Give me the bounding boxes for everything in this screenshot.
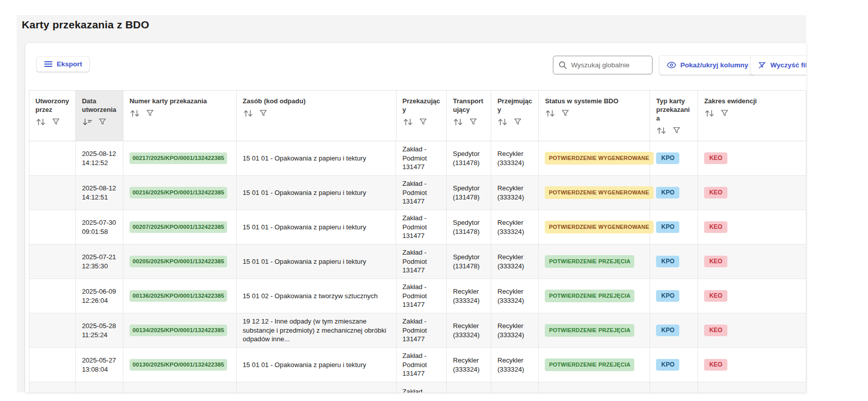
cell-record-scope: KEO: [698, 348, 806, 382]
cell-card-number: 00130/2025/KPO/0001/132422385: [123, 348, 237, 382]
sort-arrows-icon[interactable]: [704, 109, 715, 117]
column-header-przejmujacy[interactable]: Przejmujący: [491, 91, 539, 141]
cell-receiving: Recykler (333324): [491, 210, 539, 244]
column-header-icons: [35, 118, 70, 126]
record-scope-badge: KEO: [704, 221, 727, 233]
transfer-cards-table: Utworzony przezData utworzeniaNumer kart…: [29, 90, 806, 392]
column-header-status[interactable]: Status w systemie BDO: [539, 91, 650, 141]
time-line: 12:26:04: [82, 296, 116, 305]
cell-receiving: Recykler (333324): [491, 176, 539, 210]
sort-arrows-icon[interactable]: [497, 118, 508, 126]
cell-record-scope: KEO: [698, 176, 806, 210]
column-header-data_utworzenia[interactable]: Data utworzenia: [76, 91, 123, 141]
cell-created-date: 2025-05-2811:25:24: [76, 313, 123, 347]
sort-arrows-icon[interactable]: [656, 127, 667, 135]
funnel-icon[interactable]: [514, 118, 522, 126]
table-row[interactable]: 2025-08-1214:12:5200217/2025/KPO/0001/13…: [29, 141, 806, 176]
cell-partial: Zakład: [397, 382, 447, 392]
cell-waste-code: 15 01 01 - Opakowania z papieru i tektur…: [237, 141, 397, 175]
table-row[interactable]: 2025-07-3009:01:5800207/2025/KPO/0001/13…: [29, 210, 806, 245]
cell-waste-code: 19 12 12 - Inne odpady (w tym zmieszane …: [237, 313, 397, 347]
date-line: 2025-08-12: [82, 184, 116, 192]
card-type-badge: KPO: [656, 290, 679, 302]
column-header-transportujacy[interactable]: Transportujący: [447, 91, 491, 141]
column-header-icons: [497, 118, 533, 126]
cell-record-scope: KEO: [698, 141, 806, 175]
cell-card-type: KPO: [650, 141, 698, 175]
funnel-icon[interactable]: [99, 118, 106, 126]
global-search: [553, 56, 653, 74]
card-type-badge: KPO: [656, 359, 679, 371]
cell-transporting: Recykler (333324): [447, 279, 491, 313]
column-header-typ[interactable]: Typ karty przekazania: [650, 91, 698, 141]
card-number-badge: 00205/2025/KPO/0001/132422385: [129, 256, 227, 267]
column-header-icons: [656, 127, 692, 135]
table-row[interactable]: 2025-05-2713:08:0400130/2025/KPO/0001/13…: [29, 348, 806, 382]
table-body: 2025-08-1214:12:5200217/2025/KPO/0001/13…: [29, 141, 806, 392]
funnel-icon[interactable]: [419, 118, 427, 126]
card-number-badge: 00216/2025/KPO/0001/132422385: [129, 187, 227, 198]
cell-created-date: 2025-07-2112:35:30: [76, 245, 123, 278]
funnel-icon[interactable]: [721, 109, 728, 117]
search-input[interactable]: [571, 61, 647, 69]
funnel-icon[interactable]: [561, 109, 569, 117]
cell-card-type: KPO: [650, 176, 698, 210]
funnel-icon[interactable]: [469, 118, 477, 126]
sort-arrows-icon[interactable]: [129, 109, 140, 117]
card-number-badge: 00217/2025/KPO/0001/132422385: [129, 152, 227, 164]
table-row[interactable]: 2025-08-1214:12:5100216/2025/KPO/0001/13…: [29, 176, 806, 210]
created-date-lines: 2025-06-0912:26:04: [82, 287, 116, 305]
column-header-label: Numer karty przekazania: [129, 97, 231, 106]
cell-card-number: 00207/2025/KPO/0001/132422385: [123, 210, 237, 244]
created-date-lines: 2025-07-2112:35:30: [82, 253, 116, 270]
cell-transferring: Zakład - Podmiot 131477: [397, 348, 447, 382]
card-number-badge: 00207/2025/KPO/0001/132422385: [129, 221, 227, 233]
time-line: 14:12:52: [82, 158, 116, 167]
cell-receiving: Recykler (333324): [491, 313, 539, 347]
cell-record-scope: KEO: [698, 245, 806, 278]
cell-created-by: [29, 141, 76, 175]
record-scope-badge: KEO: [704, 256, 727, 268]
export-button-label: Eksport: [57, 60, 82, 68]
sort-arrows-icon[interactable]: [35, 118, 46, 126]
cell-card-type: KPO: [650, 348, 698, 382]
cell-created-date: 2025-06-0912:26:04: [76, 279, 123, 313]
cell-card-type: KPO: [650, 279, 698, 313]
sort-desc-icon[interactable]: [82, 118, 93, 126]
column-header-utworzony_przez[interactable]: Utworzony przez: [29, 91, 76, 141]
export-button[interactable]: Eksport: [36, 56, 90, 72]
sort-arrows-icon[interactable]: [453, 118, 463, 126]
search-icon: [558, 61, 567, 69]
sort-arrows-icon[interactable]: [403, 118, 413, 126]
toggle-columns-button[interactable]: Pokaż/ukryj kolumny: [659, 55, 756, 75]
clear-filters-button[interactable]: Wyczyść filtry: [750, 55, 806, 75]
column-header-zakres[interactable]: Zakres ewidencji: [698, 91, 806, 141]
sort-arrows-icon[interactable]: [243, 109, 253, 117]
cell-created-by: [29, 245, 76, 278]
cell-card-number: 00216/2025/KPO/0001/132422385: [123, 176, 237, 210]
cell-transferring: Zakład - Podmiot 131477: [397, 279, 447, 313]
cell-transporting: Recykler (333324): [447, 313, 491, 347]
cell-partial: [29, 382, 76, 392]
column-header-przekazujacy[interactable]: Przekazujący: [397, 91, 447, 141]
table-row-partial[interactable]: Zakład: [29, 382, 806, 392]
sort-arrows-icon[interactable]: [545, 109, 555, 117]
cell-created-date: 2025-05-2713:08:04: [76, 348, 123, 382]
funnel-icon[interactable]: [146, 109, 154, 117]
table-row[interactable]: 2025-07-2112:35:3000205/2025/KPO/0001/13…: [29, 245, 806, 279]
funnel-icon[interactable]: [673, 127, 680, 134]
table-row[interactable]: 2025-06-0912:26:0400136/2025/KPO/0001/13…: [29, 279, 806, 313]
cell-transporting: Spedytor (131478): [447, 210, 491, 244]
date-line: 2025-05-28: [82, 322, 116, 330]
column-header-numer[interactable]: Numer karty przekazania: [123, 91, 237, 141]
column-header-zasob[interactable]: Zasób (kod odpadu): [237, 91, 397, 141]
table-row[interactable]: 2025-05-2811:25:2400134/2025/KPO/0001/13…: [29, 313, 806, 348]
cell-transferring: Zakład - Podmiot 131477: [396, 176, 447, 210]
date-line: 2025-08-12: [82, 149, 116, 158]
funnel-icon[interactable]: [259, 109, 267, 117]
time-line: 12:35:30: [82, 262, 116, 270]
funnel-icon[interactable]: [52, 118, 60, 126]
clear-filters-label: Wyczyść filtry: [770, 61, 806, 69]
column-header-label: Transportujący: [453, 97, 486, 114]
waste-code-text: 15 01 02 - Opakowania z tworzyw sztuczny…: [243, 292, 378, 300]
